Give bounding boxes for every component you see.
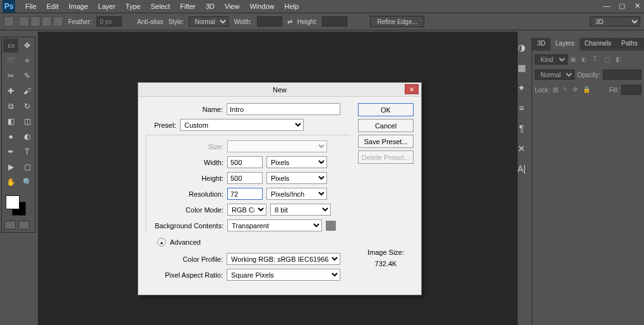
preset-label: Preset: [146, 121, 176, 129]
dialog-backdrop: New ✕ Name: Preset: Custom Size: [0, 0, 644, 325]
width-label: Width: [146, 159, 224, 166]
name-input[interactable] [227, 103, 340, 115]
size-select [227, 140, 327, 152]
bg-contents-label: Background Contents: [146, 222, 224, 230]
resolution-label: Resolution: [146, 190, 224, 198]
bg-color-chip[interactable] [326, 221, 336, 231]
color-depth-select[interactable]: 8 bit [270, 204, 331, 216]
height-label: Height: [146, 175, 224, 182]
dialog-title: New [273, 86, 287, 94]
par-label: Pixel Aspect Ratio: [146, 271, 223, 279]
dialog-close-button[interactable]: ✕ [405, 84, 419, 94]
new-document-dialog: New ✕ Name: Preset: Custom Size: [138, 82, 422, 295]
advanced-label: Advanced [170, 238, 201, 246]
dialog-titlebar[interactable]: New ✕ [138, 83, 421, 97]
cancel-button[interactable]: Cancel [358, 119, 414, 132]
width-input[interactable] [227, 156, 263, 168]
image-size-label: Image Size: [358, 248, 414, 256]
width-unit-select[interactable]: Pixels [266, 156, 327, 168]
resolution-input[interactable] [227, 188, 263, 200]
delete-preset-button: Delete Preset... [358, 150, 414, 164]
par-select[interactable]: Square Pixels [227, 269, 340, 281]
name-label: Name: [146, 106, 223, 113]
color-mode-select[interactable]: RGB Color [227, 204, 266, 216]
ok-button[interactable]: OK [358, 103, 414, 116]
bg-contents-select[interactable]: Transparent [227, 219, 322, 231]
advanced-toggle[interactable]: ▴ Advanced [157, 238, 350, 247]
resolution-unit-select[interactable]: Pixels/Inch [266, 188, 327, 200]
color-mode-label: Color Mode: [146, 206, 224, 214]
color-profile-select[interactable]: Working RGB: sRGB IEC61966-2.1 [227, 253, 340, 265]
image-size-value: 732.4K [358, 260, 414, 267]
color-profile-label: Color Profile: [146, 255, 223, 263]
preset-select[interactable]: Custom [180, 119, 304, 131]
height-input[interactable] [227, 172, 263, 184]
size-label: Size: [146, 143, 224, 150]
chevron-up-icon: ▴ [157, 238, 166, 247]
save-preset-button[interactable]: Save Preset... [358, 135, 414, 148]
height-unit-select[interactable]: Pixels [266, 172, 327, 184]
